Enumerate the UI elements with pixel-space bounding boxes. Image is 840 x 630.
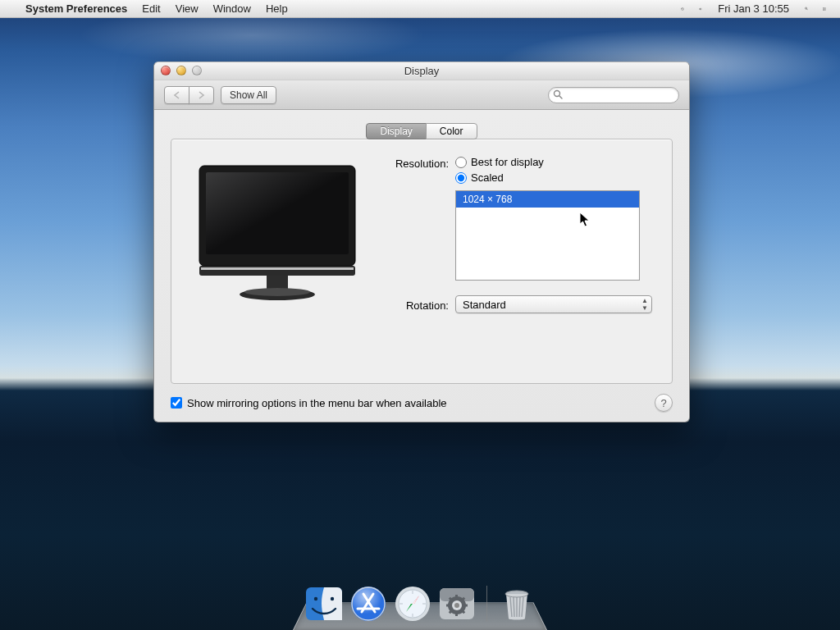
dock-finder-icon[interactable] [304,584,344,623]
desktop: System Preferences Edit View Window Help… [0,0,840,630]
svg-rect-13 [206,172,349,254]
resolution-label: Resolution: [383,156,449,170]
svg-point-46 [454,603,459,608]
svg-rect-15 [201,267,354,270]
dock-divider [486,586,487,622]
svg-line-10 [559,96,562,98]
menubar: System Preferences Edit View Window Help… [0,0,840,18]
menu-help[interactable]: Help [258,0,295,18]
volume-menu-icon[interactable] [692,0,710,18]
svg-point-18 [244,288,310,296]
time-machine-menu-icon[interactable] [673,0,692,18]
resolution-scaled-label: Scaled [471,171,504,184]
search-input[interactable] [548,87,679,103]
menu-window[interactable]: Window [206,0,258,18]
window-title: Display [404,65,440,77]
monitor-preview [191,156,363,363]
svg-point-8 [823,9,824,10]
dock-app-store-icon[interactable] [349,584,388,623]
monitor-icon [191,161,363,308]
dock-safari-icon[interactable] [393,584,432,623]
titlebar[interactable]: Display [154,62,689,80]
toolbar: Show All [154,80,689,110]
svg-point-6 [823,7,824,8]
notification-center-icon[interactable] [815,0,833,18]
svg-point-21 [330,597,333,600]
resolution-scaled-radio[interactable]: Scaled [455,171,544,184]
search-icon [553,89,564,103]
mirroring-label: Show mirroring options in the menu bar w… [187,397,447,409]
display-panel: Resolution: Best for display Scaled 1024… [171,139,673,384]
svg-line-51 [514,597,514,617]
mirroring-checkbox[interactable] [171,397,182,409]
dock-system-preferences-icon[interactable] [437,584,477,623]
list-item[interactable]: 840 × 630 [456,191,639,208]
display-preferences-window: Display Show All Display [153,62,690,422]
footer: Show mirroring options in the menu bar w… [171,394,673,412]
resolution-best-radio[interactable]: Best for display [455,156,544,168]
menu-view[interactable]: View [168,0,206,18]
svg-line-2 [806,9,807,10]
forward-button[interactable] [189,86,214,104]
dock [293,573,547,630]
svg-line-52 [519,597,520,617]
resolution-row: Resolution: Best for display Scaled [383,156,652,184]
spotlight-icon[interactable] [797,0,815,18]
svg-point-20 [313,597,317,600]
menubar-clock[interactable]: Fri Jan 3 10:55 [710,0,797,18]
rotation-row: Rotation: Standard ▲▼ [383,295,652,313]
apple-menu[interactable] [7,0,18,18]
menu-edit[interactable]: Edit [135,0,167,18]
nav-buttons [164,86,214,104]
tab-color[interactable]: Color [426,123,477,139]
tabs: Display Color [171,123,673,139]
rotation-label: Rotation: [383,298,449,312]
minimize-button[interactable] [176,66,186,75]
svg-rect-14 [199,266,355,276]
svg-point-9 [555,90,560,96]
show-all-button[interactable]: Show All [221,86,276,104]
tab-display[interactable]: Display [366,123,426,139]
rotation-select[interactable]: Standard ▲▼ [455,295,652,313]
resolution-best-label: Best for display [471,156,544,168]
dock-trash-icon[interactable] [497,584,536,623]
app-menu[interactable]: System Preferences [18,0,135,18]
search-field-wrap [548,87,679,103]
back-button[interactable] [164,86,189,104]
svg-point-7 [823,8,824,9]
help-button[interactable]: ? [655,394,673,412]
chevron-up-down-icon: ▲▼ [641,298,648,312]
zoom-button[interactable] [192,66,202,75]
close-button[interactable] [161,66,171,75]
rotation-value: Standard [463,299,506,311]
scaled-resolutions-list[interactable]: 840 × 630 [455,190,640,281]
